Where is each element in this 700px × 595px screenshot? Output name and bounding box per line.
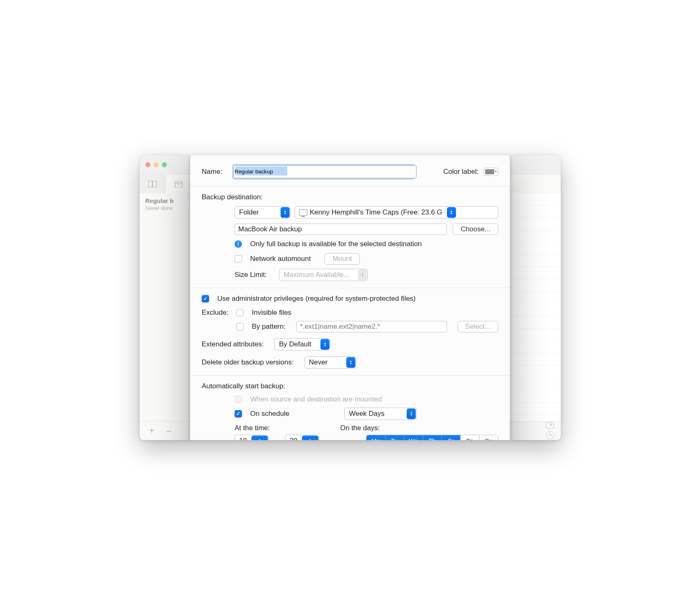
- chevrons-icon: ▲▼: [251, 436, 268, 440]
- ext-attr-label: Extended attributes:: [202, 340, 264, 348]
- day-su[interactable]: Su: [479, 435, 498, 440]
- tab-panels-icon[interactable]: [140, 175, 166, 194]
- chevrons-icon: ▲▼: [320, 339, 329, 350]
- chevrons-icon: ▲▼: [407, 408, 416, 419]
- auto-mounted-checkbox: [235, 396, 242, 403]
- destination-path-field[interactable]: [235, 224, 447, 235]
- destination-type-popup[interactable]: Folder ▲▼: [235, 206, 290, 219]
- exclude-pattern-label: By pattern:: [252, 323, 286, 331]
- size-limit-popup[interactable]: Maximum Available... ▲▼: [279, 269, 368, 281]
- main-window: Backup: Regular backup Regular b Never d…: [140, 155, 561, 440]
- exclude-pattern-checkbox[interactable]: [236, 323, 244, 330]
- auto-mounted-label: When source and destination are mounted: [250, 395, 382, 404]
- auto-start-label: Automatically start backup:: [202, 382, 498, 390]
- admin-privileges-checkbox[interactable]: [202, 295, 209, 302]
- day-sa[interactable]: Sa: [461, 435, 479, 440]
- chevrons-icon: ▲▼: [302, 436, 318, 440]
- schedule-type-popup[interactable]: Week Days ▲▼: [344, 408, 417, 420]
- exclude-select-button[interactable]: Select...: [458, 321, 498, 332]
- mount-button[interactable]: Mount: [325, 253, 359, 265]
- chevrons-icon: ▲▼: [447, 207, 456, 218]
- exclude-pattern-field[interactable]: [296, 321, 447, 332]
- tab-archive-icon[interactable]: [166, 175, 192, 194]
- add-button[interactable]: +: [149, 426, 155, 436]
- delete-older-popup[interactable]: Never ▲▼: [304, 356, 356, 369]
- exclude-invisible-checkbox[interactable]: [236, 309, 244, 316]
- remove-button[interactable]: –: [166, 426, 173, 436]
- destination-info-text: Only full backup is available for the se…: [250, 240, 422, 248]
- color-label-picker[interactable]: ▾: [484, 168, 498, 176]
- automount-checkbox[interactable]: [235, 255, 242, 263]
- choose-button[interactable]: Choose...: [453, 224, 498, 235]
- destination-label: Backup destination:: [202, 193, 498, 201]
- day-fr[interactable]: Fr: [442, 435, 461, 440]
- admin-privileges-label: Use administrator privileges (required f…: [217, 295, 416, 303]
- display-icon: [299, 209, 307, 216]
- minute-stepper[interactable]: 30 ▲▼: [285, 435, 319, 440]
- backup-name: Regular b: [145, 197, 198, 204]
- exclude-invisible-label: Invisible files: [252, 309, 291, 317]
- size-limit-label: Size Limit:: [235, 271, 267, 279]
- info-icon: !: [235, 240, 242, 248]
- day-we[interactable]: We: [404, 435, 423, 440]
- chevrons-icon: ▲▼: [358, 270, 367, 280]
- name-field[interactable]: [232, 164, 415, 180]
- backup-status: Never done: [145, 205, 198, 211]
- notes-icon[interactable]: [546, 422, 554, 429]
- chevrons-icon: ▲▼: [346, 357, 355, 368]
- day-mo[interactable]: Mo: [366, 435, 385, 440]
- days-label: On the days:: [340, 424, 380, 432]
- weekday-selector[interactable]: Mo Tu We Th Fr Sa Su: [366, 435, 498, 440]
- delete-older-label: Delete older backup versions:: [202, 358, 294, 367]
- backup-settings-sheet: Name: Color label: ▾ Backup destination:…: [190, 155, 510, 440]
- name-input[interactable]: [233, 165, 417, 178]
- time-label: At the time:: [235, 424, 335, 432]
- hour-stepper[interactable]: 18 ▲▼: [235, 435, 269, 440]
- destination-volume-popup[interactable]: Kenny Hemphill's Time Caps (Free: 23.6 G…: [295, 206, 498, 219]
- on-schedule-checkbox[interactable]: [235, 410, 242, 417]
- history-icon[interactable]: [546, 431, 554, 439]
- color-label: Color label:: [443, 168, 479, 176]
- chevrons-icon: ▲▼: [281, 207, 290, 218]
- name-label: Name:: [202, 168, 227, 176]
- automount-label: Network automount: [250, 255, 311, 263]
- day-th[interactable]: Th: [423, 435, 442, 440]
- ext-attr-popup[interactable]: By Default ▲▼: [274, 338, 330, 351]
- svg-rect-3: [175, 183, 182, 187]
- day-tu[interactable]: Tu: [385, 435, 404, 440]
- exclude-label: Exclude:: [202, 309, 231, 317]
- on-schedule-label: On schedule: [250, 410, 289, 418]
